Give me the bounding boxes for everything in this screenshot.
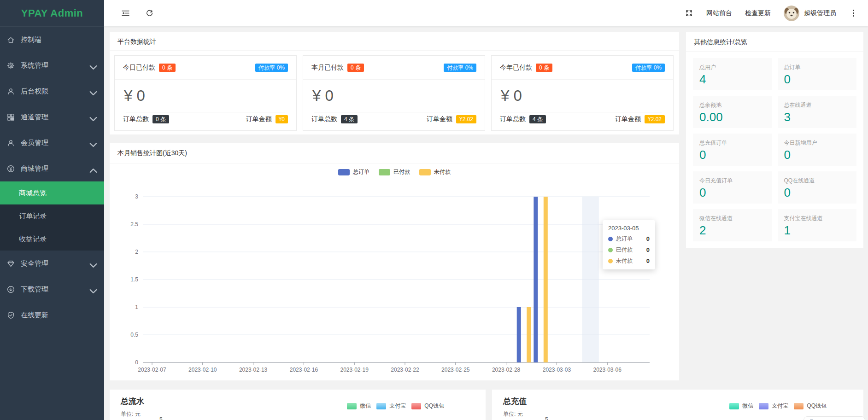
sidebar-subitem-income-records[interactable]: 收益记录 [0, 228, 104, 251]
legend-swatch [411, 403, 421, 409]
sidebar-item-security[interactable]: 安全管理 [0, 251, 104, 276]
orders-badge: 4 条 [529, 115, 546, 123]
gear-icon [7, 62, 15, 70]
refresh-icon[interactable] [145, 9, 154, 18]
tile-label: 支付宝在线通道 [784, 215, 857, 222]
legend-item-wechat[interactable]: 微信 [729, 402, 753, 410]
sidebar-item-online-update[interactable]: 在线更新 [0, 302, 104, 328]
rate-badge: 付款率 0% [255, 64, 288, 72]
stat-tile-total-users: 总用户4 [693, 58, 772, 90]
chevron-down-icon [89, 89, 94, 93]
sidebar-item-downloads[interactable]: 下载管理 [0, 276, 104, 302]
sidebar-subitem-order-records[interactable]: 订单记录 [0, 204, 104, 228]
legend-swatch [376, 403, 386, 409]
svg-text:1: 1 [135, 304, 138, 310]
tile-value: 0 [699, 148, 772, 162]
count-badge: 0 条 [536, 64, 552, 72]
sidebar-item-label: 会员管理 [21, 139, 48, 147]
sales-chart-svg[interactable]: 00.511.522.532023-02-072023-02-102023-02… [110, 143, 679, 380]
legend-swatch [759, 403, 768, 409]
bar-未付款 [527, 307, 531, 362]
sidebar-submenu-shop: 商城总览 订单记录 收益记录 [0, 181, 104, 251]
amount-badge: ¥0 [276, 115, 288, 123]
svg-text:2.5: 2.5 [130, 221, 138, 228]
tile-value: 0 [784, 148, 857, 162]
total-recharge-card: 总充值 单位: 元 微信 支付宝 QQ钱包 5 [492, 390, 863, 420]
more-menu-icon[interactable] [849, 8, 858, 18]
legend-item-qq-wallet[interactable]: QQ钱包 [411, 402, 444, 410]
svg-text:0.5: 0.5 [130, 332, 138, 338]
stat-tile-wechat-channels: 微信在线通道2 [693, 209, 772, 241]
cutoff-widget [803, 416, 865, 420]
svg-text:2: 2 [135, 249, 138, 255]
sidebar-item-shop[interactable]: 商城管理 [0, 156, 104, 181]
tile-value: 4 [699, 72, 772, 87]
svg-text:2023-02-28: 2023-02-28 [492, 367, 521, 373]
chevron-up-icon [89, 167, 94, 170]
svg-text:2023-02-10: 2023-02-10 [188, 367, 217, 373]
sidebar-item-channels[interactable]: 通道管理 [0, 104, 104, 130]
orders-badge: 0 条 [152, 115, 169, 123]
sidebar-item-members[interactable]: 会员管理 [0, 130, 104, 156]
legend-item[interactable]: 总订单 [338, 168, 369, 176]
stat-tile-online-channels: 总在线通道3 [778, 96, 857, 128]
collapse-menu-icon[interactable] [121, 9, 130, 18]
tooltip-row: 已付款0 [608, 246, 650, 254]
chevron-down-icon [89, 115, 94, 118]
sidebar-item-label: 控制端 [21, 35, 41, 44]
svg-text:2023-02-07: 2023-02-07 [138, 367, 166, 373]
main-content: 平台数据统计 今日已付款 0 条 付款率 0% ¥ 0 订单总数 0 条 订单金… [104, 26, 868, 420]
orders-label: 订单总数 [500, 115, 526, 123]
panel-title: 平台数据统计 [110, 32, 679, 51]
tile-label: 总充值订单 [699, 139, 772, 147]
legend-item-wechat[interactable]: 微信 [347, 402, 371, 410]
app-window: YPAY Admin 控制端 系统管理 后台权限 通道管理 [0, 0, 868, 420]
check-update-link[interactable]: 检查更新 [745, 9, 771, 18]
amount-badge: ¥2.02 [456, 115, 476, 123]
amount-label: 订单金额 [246, 115, 272, 123]
home-icon [7, 36, 15, 44]
legend-item-alipay[interactable]: 支付宝 [376, 402, 406, 410]
sidebar-item-label: 系统管理 [21, 61, 48, 70]
tile-label: 今日新增用户 [784, 139, 857, 147]
topbar: 网站前台 检查更新 超级管理员 [104, 0, 868, 26]
legend-swatch [338, 169, 350, 175]
legend-item[interactable]: 未付款 [419, 168, 451, 176]
legend-swatch [379, 169, 390, 175]
legend-item-alipay[interactable]: 支付宝 [759, 402, 788, 410]
card-title: 今年已付款 [500, 64, 532, 72]
tooltip-row: 未付款0 [608, 257, 650, 265]
user-menu[interactable]: 超级管理员 [784, 6, 836, 21]
sidebar-item-label: 下载管理 [21, 285, 48, 294]
orders-label: 订单总数 [123, 115, 149, 123]
sidebar-item-system[interactable]: 系统管理 [0, 52, 104, 78]
platform-stats-panel: 平台数据统计 今日已付款 0 条 付款率 0% ¥ 0 订单总数 0 条 订单金… [110, 32, 679, 134]
user-icon [7, 139, 15, 147]
svg-text:2023-03-06: 2023-03-06 [593, 367, 622, 373]
legend-item[interactable]: 已付款 [379, 168, 410, 176]
gem-icon [7, 260, 15, 268]
tooltip-series-value: 0 [646, 246, 650, 253]
stat-card-month: 本月已付款 0 条 付款率 0% ¥ 0 订单总数 4 条 订单金额 ¥2.02 [303, 55, 485, 131]
sidebar-subitem-shop-overview[interactable]: 商城总览 [0, 181, 104, 204]
sidebar-item-admin-auth[interactable]: 后台权限 [0, 78, 104, 104]
tile-value: 3 [784, 110, 857, 124]
tile-label: 微信在线通道 [699, 215, 772, 222]
tooltip-series-value: 0 [646, 235, 650, 242]
rate-badge: 付款率 0% [444, 64, 476, 72]
tile-value: 0 [699, 186, 772, 200]
amount-label: 订单金额 [615, 115, 641, 123]
frontend-link[interactable]: 网站前台 [706, 9, 732, 18]
svg-text:2023-02-22: 2023-02-22 [391, 367, 419, 373]
sidebar-item-console[interactable]: 控制端 [0, 27, 104, 52]
legend-swatch [419, 169, 431, 175]
fullscreen-icon[interactable] [684, 9, 693, 18]
username: 超级管理员 [804, 9, 836, 18]
stat-tile-balance-pool: 总余额池0.00 [693, 96, 772, 128]
sidebar: YPAY Admin 控制端 系统管理 后台权限 通道管理 [0, 0, 104, 420]
user-icon [7, 88, 15, 95]
count-badge: 0 条 [159, 64, 176, 72]
legend-item-qq-wallet[interactable]: QQ钱包 [794, 402, 827, 410]
amount-value: ¥ 0 [115, 80, 296, 105]
tooltip-series-name: 总订单 [616, 235, 633, 243]
